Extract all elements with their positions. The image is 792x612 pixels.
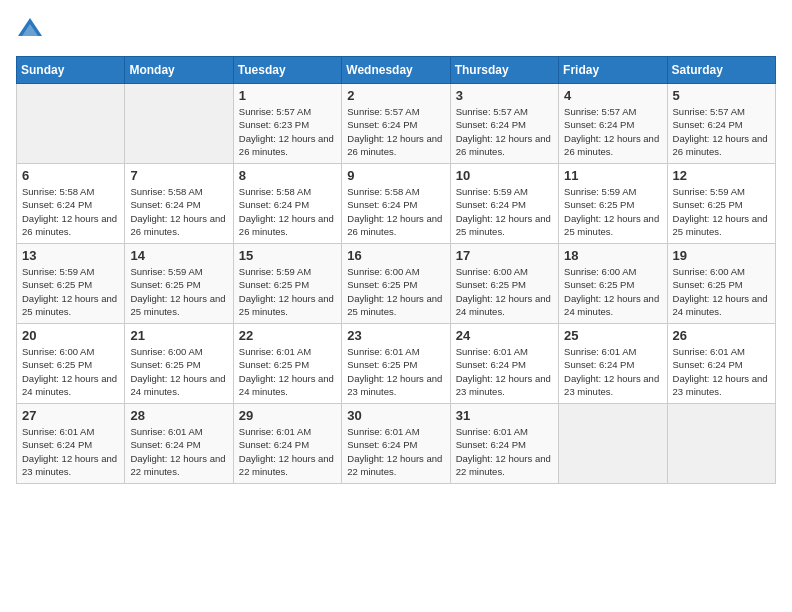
calendar-cell bbox=[667, 404, 775, 484]
day-number: 15 bbox=[239, 248, 336, 263]
day-number: 5 bbox=[673, 88, 770, 103]
daylight: Daylight: 12 hours and 23 minutes. bbox=[564, 372, 661, 399]
sunset: Sunset: 6:24 PM bbox=[22, 438, 119, 451]
day-number: 17 bbox=[456, 248, 553, 263]
daylight: Daylight: 12 hours and 26 minutes. bbox=[239, 212, 336, 239]
logo-icon bbox=[16, 16, 44, 44]
sunset: Sunset: 6:24 PM bbox=[347, 198, 444, 211]
sunset: Sunset: 6:24 PM bbox=[673, 118, 770, 131]
sunrise: Sunrise: 6:01 AM bbox=[347, 345, 444, 358]
sunrise: Sunrise: 5:57 AM bbox=[456, 105, 553, 118]
sunset: Sunset: 6:24 PM bbox=[130, 198, 227, 211]
sunset: Sunset: 6:25 PM bbox=[347, 278, 444, 291]
daylight: Daylight: 12 hours and 25 minutes. bbox=[347, 292, 444, 319]
sunset: Sunset: 6:24 PM bbox=[347, 438, 444, 451]
daylight: Daylight: 12 hours and 23 minutes. bbox=[22, 452, 119, 479]
sunrise: Sunrise: 6:01 AM bbox=[673, 345, 770, 358]
sunset: Sunset: 6:25 PM bbox=[673, 198, 770, 211]
sunrise: Sunrise: 6:00 AM bbox=[22, 345, 119, 358]
day-number: 31 bbox=[456, 408, 553, 423]
sunrise: Sunrise: 6:01 AM bbox=[239, 425, 336, 438]
calendar-cell: 11 Sunrise: 5:59 AM Sunset: 6:25 PM Dayl… bbox=[559, 164, 667, 244]
daylight: Daylight: 12 hours and 22 minutes. bbox=[347, 452, 444, 479]
sunset: Sunset: 6:24 PM bbox=[564, 358, 661, 371]
day-info: Sunrise: 6:00 AM Sunset: 6:25 PM Dayligh… bbox=[564, 265, 661, 318]
page-header bbox=[16, 16, 776, 44]
sunrise: Sunrise: 6:00 AM bbox=[673, 265, 770, 278]
sunrise: Sunrise: 5:58 AM bbox=[130, 185, 227, 198]
sunset: Sunset: 6:25 PM bbox=[239, 278, 336, 291]
calendar-week-row: 1 Sunrise: 5:57 AM Sunset: 6:23 PM Dayli… bbox=[17, 84, 776, 164]
day-info: Sunrise: 6:01 AM Sunset: 6:24 PM Dayligh… bbox=[456, 425, 553, 478]
day-number: 28 bbox=[130, 408, 227, 423]
day-info: Sunrise: 6:01 AM Sunset: 6:24 PM Dayligh… bbox=[347, 425, 444, 478]
calendar-cell: 17 Sunrise: 6:00 AM Sunset: 6:25 PM Dayl… bbox=[450, 244, 558, 324]
calendar-cell: 27 Sunrise: 6:01 AM Sunset: 6:24 PM Dayl… bbox=[17, 404, 125, 484]
sunset: Sunset: 6:25 PM bbox=[239, 358, 336, 371]
sunrise: Sunrise: 5:57 AM bbox=[673, 105, 770, 118]
day-number: 12 bbox=[673, 168, 770, 183]
day-info: Sunrise: 6:01 AM Sunset: 6:24 PM Dayligh… bbox=[239, 425, 336, 478]
sunrise: Sunrise: 6:01 AM bbox=[456, 425, 553, 438]
calendar-cell: 1 Sunrise: 5:57 AM Sunset: 6:23 PM Dayli… bbox=[233, 84, 341, 164]
calendar-cell: 6 Sunrise: 5:58 AM Sunset: 6:24 PM Dayli… bbox=[17, 164, 125, 244]
sunset: Sunset: 6:23 PM bbox=[239, 118, 336, 131]
sunrise: Sunrise: 6:00 AM bbox=[347, 265, 444, 278]
daylight: Daylight: 12 hours and 25 minutes. bbox=[22, 292, 119, 319]
daylight: Daylight: 12 hours and 26 minutes. bbox=[456, 132, 553, 159]
sunrise: Sunrise: 6:01 AM bbox=[130, 425, 227, 438]
daylight: Daylight: 12 hours and 24 minutes. bbox=[456, 292, 553, 319]
day-number: 29 bbox=[239, 408, 336, 423]
day-number: 2 bbox=[347, 88, 444, 103]
day-number: 27 bbox=[22, 408, 119, 423]
daylight: Daylight: 12 hours and 26 minutes. bbox=[673, 132, 770, 159]
daylight: Daylight: 12 hours and 22 minutes. bbox=[239, 452, 336, 479]
day-number: 22 bbox=[239, 328, 336, 343]
sunset: Sunset: 6:24 PM bbox=[456, 118, 553, 131]
sunrise: Sunrise: 6:01 AM bbox=[564, 345, 661, 358]
day-info: Sunrise: 5:57 AM Sunset: 6:24 PM Dayligh… bbox=[673, 105, 770, 158]
day-number: 6 bbox=[22, 168, 119, 183]
calendar-week-row: 20 Sunrise: 6:00 AM Sunset: 6:25 PM Dayl… bbox=[17, 324, 776, 404]
calendar-cell: 21 Sunrise: 6:00 AM Sunset: 6:25 PM Dayl… bbox=[125, 324, 233, 404]
calendar-cell bbox=[17, 84, 125, 164]
calendar-cell: 5 Sunrise: 5:57 AM Sunset: 6:24 PM Dayli… bbox=[667, 84, 775, 164]
sunrise: Sunrise: 5:59 AM bbox=[22, 265, 119, 278]
sunset: Sunset: 6:25 PM bbox=[456, 278, 553, 291]
calendar-cell: 7 Sunrise: 5:58 AM Sunset: 6:24 PM Dayli… bbox=[125, 164, 233, 244]
sunrise: Sunrise: 5:58 AM bbox=[22, 185, 119, 198]
calendar-cell: 15 Sunrise: 5:59 AM Sunset: 6:25 PM Dayl… bbox=[233, 244, 341, 324]
day-info: Sunrise: 6:01 AM Sunset: 6:24 PM Dayligh… bbox=[564, 345, 661, 398]
day-number: 11 bbox=[564, 168, 661, 183]
day-number: 14 bbox=[130, 248, 227, 263]
sunrise: Sunrise: 5:57 AM bbox=[347, 105, 444, 118]
day-info: Sunrise: 6:00 AM Sunset: 6:25 PM Dayligh… bbox=[673, 265, 770, 318]
sunrise: Sunrise: 6:01 AM bbox=[456, 345, 553, 358]
calendar-cell: 8 Sunrise: 5:58 AM Sunset: 6:24 PM Dayli… bbox=[233, 164, 341, 244]
sunset: Sunset: 6:25 PM bbox=[130, 358, 227, 371]
sunset: Sunset: 6:25 PM bbox=[22, 358, 119, 371]
day-number: 4 bbox=[564, 88, 661, 103]
sunrise: Sunrise: 6:00 AM bbox=[130, 345, 227, 358]
calendar-cell bbox=[125, 84, 233, 164]
weekday-header-sunday: Sunday bbox=[17, 57, 125, 84]
sunrise: Sunrise: 5:59 AM bbox=[130, 265, 227, 278]
calendar-cell: 3 Sunrise: 5:57 AM Sunset: 6:24 PM Dayli… bbox=[450, 84, 558, 164]
daylight: Daylight: 12 hours and 26 minutes. bbox=[130, 212, 227, 239]
sunset: Sunset: 6:24 PM bbox=[456, 358, 553, 371]
calendar-week-row: 6 Sunrise: 5:58 AM Sunset: 6:24 PM Dayli… bbox=[17, 164, 776, 244]
day-info: Sunrise: 6:01 AM Sunset: 6:24 PM Dayligh… bbox=[22, 425, 119, 478]
day-info: Sunrise: 5:59 AM Sunset: 6:25 PM Dayligh… bbox=[22, 265, 119, 318]
daylight: Daylight: 12 hours and 26 minutes. bbox=[239, 132, 336, 159]
calendar-cell: 30 Sunrise: 6:01 AM Sunset: 6:24 PM Dayl… bbox=[342, 404, 450, 484]
day-info: Sunrise: 5:58 AM Sunset: 6:24 PM Dayligh… bbox=[130, 185, 227, 238]
sunset: Sunset: 6:24 PM bbox=[130, 438, 227, 451]
day-info: Sunrise: 6:01 AM Sunset: 6:25 PM Dayligh… bbox=[347, 345, 444, 398]
daylight: Daylight: 12 hours and 25 minutes. bbox=[673, 212, 770, 239]
sunset: Sunset: 6:25 PM bbox=[564, 278, 661, 291]
day-info: Sunrise: 6:01 AM Sunset: 6:24 PM Dayligh… bbox=[673, 345, 770, 398]
day-info: Sunrise: 5:58 AM Sunset: 6:24 PM Dayligh… bbox=[22, 185, 119, 238]
sunrise: Sunrise: 6:00 AM bbox=[564, 265, 661, 278]
calendar-cell: 20 Sunrise: 6:00 AM Sunset: 6:25 PM Dayl… bbox=[17, 324, 125, 404]
calendar-table: SundayMondayTuesdayWednesdayThursdayFrid… bbox=[16, 56, 776, 484]
